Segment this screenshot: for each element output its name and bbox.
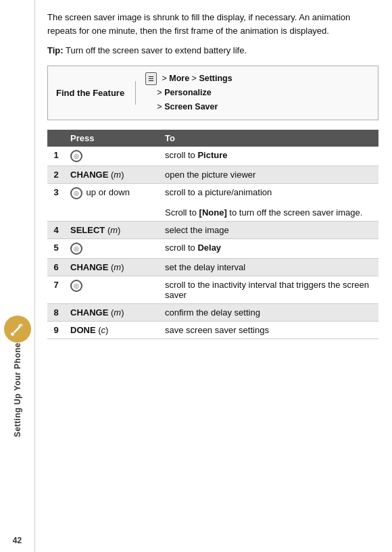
- step-press: ◎ up or down: [65, 184, 160, 222]
- sidebar: Setting Up Your Phone 42: [0, 0, 35, 552]
- step-press: SELECT (m): [65, 222, 160, 239]
- step-to: confirm the delay setting: [160, 304, 378, 322]
- step-press: ◎: [65, 276, 160, 304]
- table-row: 5 ◎ scroll to Delay: [47, 239, 378, 259]
- col-num: [47, 130, 65, 147]
- find-the-feature-box: Find the Feature ☰ > More > Settings > P…: [47, 66, 378, 121]
- step-num: 6: [47, 259, 65, 276]
- step-num: 4: [47, 222, 65, 239]
- sidebar-icon: [4, 316, 31, 343]
- sidebar-label: Setting Up Your Phone: [13, 343, 22, 437]
- path-line1: > More > Settings: [162, 74, 232, 83]
- step-num: 3: [47, 184, 65, 222]
- table-row: 3 ◎ up or down scroll to a picture/anima…: [47, 184, 378, 222]
- step-press: CHANGE (m): [65, 259, 160, 276]
- intro-paragraph: The screen saver image is shrunk to fill…: [47, 11, 378, 37]
- path-line2: > Personalize: [145, 88, 212, 97]
- table-row: 6 CHANGE (m) set the delay interval: [47, 259, 378, 276]
- table-row: 1 ◎ scroll to Picture: [47, 147, 378, 166]
- page-number: 42: [13, 536, 22, 545]
- step-to: scroll to a picture/animation Scroll to …: [160, 184, 378, 222]
- step-press: ◎: [65, 239, 160, 259]
- steps-table: Press To 1 ◎ scroll to Picture: [47, 130, 378, 339]
- table-row: 8 CHANGE (m) confirm the delay setting: [47, 304, 378, 322]
- table-header-row: Press To: [47, 130, 378, 147]
- step-to: select the image: [160, 222, 378, 239]
- step-to: scroll to Delay: [160, 239, 378, 259]
- scroll-icon: ◎: [70, 187, 82, 199]
- table-row: 7 ◎ scroll to the inactivity interval th…: [47, 276, 378, 304]
- tip-paragraph: Tip: Turn off the screen saver to extend…: [47, 44, 378, 57]
- col-press: Press: [65, 130, 160, 147]
- step-num: 5: [47, 239, 65, 259]
- tip-text: Turn off the screen saver to extend batt…: [66, 45, 247, 55]
- scroll-icon: ◎: [70, 150, 82, 162]
- step-to: scroll to Picture: [160, 147, 378, 166]
- table-row: 2 CHANGE (m) open the picture viewer: [47, 166, 378, 184]
- step-to: open the picture viewer: [160, 166, 378, 184]
- find-the-feature-label: Find the Feature: [48, 81, 136, 105]
- scroll-icon: ◎: [70, 243, 82, 255]
- step-num: 8: [47, 304, 65, 322]
- table-row: 9 DONE (c) save screen saver settings: [47, 322, 378, 339]
- feature-path: ☰ > More > Settings > Personalize > Scre…: [136, 66, 242, 120]
- step-to: save screen saver settings: [160, 322, 378, 339]
- svg-point-0: [10, 332, 14, 336]
- step-press: ◎: [65, 147, 160, 166]
- step-num: 9: [47, 322, 65, 339]
- step-to: set the delay interval: [160, 259, 378, 276]
- scroll-icon: ◎: [70, 280, 82, 292]
- col-to: To: [160, 130, 378, 147]
- step-press: CHANGE (m): [65, 304, 160, 322]
- step-press: CHANGE (m): [65, 166, 160, 184]
- path-line3: > Screen Saver: [145, 102, 218, 111]
- step-num: 1: [47, 147, 65, 166]
- step-num: 7: [47, 276, 65, 304]
- step-press: DONE (c): [65, 322, 160, 339]
- table-row: 4 SELECT (m) select the image: [47, 222, 378, 239]
- step-num: 2: [47, 166, 65, 184]
- menu-icon: ☰: [145, 72, 157, 85]
- main-content: DRAFT The screen saver image is shrunk t…: [35, 0, 392, 552]
- step-to: scroll to the inactivity interval that t…: [160, 276, 378, 304]
- tip-label: Tip:: [47, 45, 64, 55]
